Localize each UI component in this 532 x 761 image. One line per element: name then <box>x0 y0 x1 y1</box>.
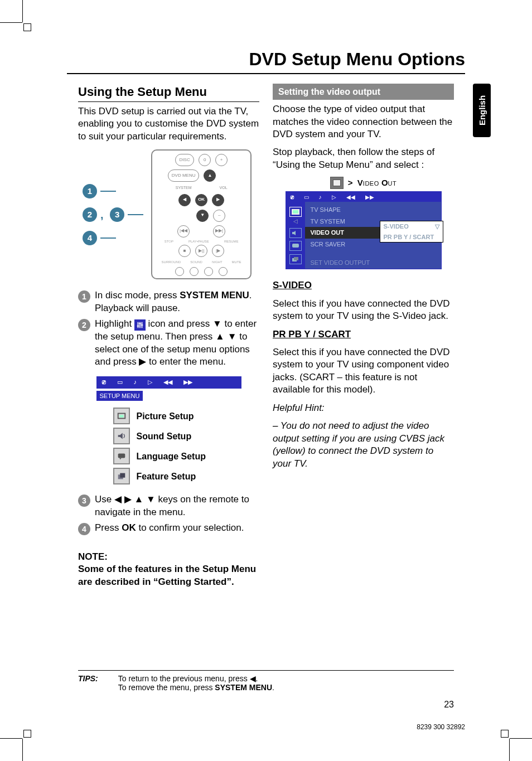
video-out-title-text: ideo <box>363 178 379 187</box>
page-header: DVD Setup Menu Options <box>67 49 465 74</box>
video-output-p1: Choose the type of video output that mat… <box>273 103 454 140</box>
remote-round-btn <box>175 267 184 276</box>
prpby-heading: PR PB Y / SCART <box>273 329 351 340</box>
remote-prev-button: |◀◀ <box>177 225 190 237</box>
callout-1: 1 <box>83 184 143 198</box>
topbar-sliders-icon: ⎚ <box>291 193 294 201</box>
remote-ok-button: OK <box>195 194 207 206</box>
crop-mark <box>499 728 532 761</box>
svg-rect-3 <box>137 326 139 327</box>
sidebar-feature-icon <box>289 254 302 264</box>
page-number: 23 <box>444 700 454 710</box>
step-4-bold: OK <box>122 522 136 533</box>
popup-option-prpby-scart: PR PB Y / SCART <box>380 232 443 243</box>
callout-leader <box>128 214 143 215</box>
remote-left-button: ◀ <box>178 194 191 206</box>
diagram-callouts: 1 2 , 3 4 <box>83 184 143 245</box>
header-rule <box>67 73 465 74</box>
remote-next-button: ▶▶| <box>213 225 225 237</box>
remote-stop-label: STOP <box>165 240 173 244</box>
remote-minus-button: – <box>213 210 225 222</box>
remote-round-btn <box>219 267 228 276</box>
svg-marker-15 <box>292 231 296 235</box>
callout-4: 4 <box>83 231 143 245</box>
svg-marker-8 <box>118 433 122 439</box>
callout-badge-2: 2 <box>83 207 97 222</box>
setup-menu-diagram: ⎚ ▭ ♪ ▷ ◀◀ ▶▶ SETUP MENU Picture Setup <box>96 376 241 485</box>
step-2-text-a: Highlight <box>95 318 134 329</box>
tips-line-2-bold: SYSTEM MENU <box>215 683 272 692</box>
feature-icon <box>113 468 130 484</box>
remote-resume-label: RESUME <box>224 240 239 244</box>
video-out-diagram: > Video Out ⎚ ▭ ♪ ▷ ◀◀ ▶▶ <box>286 177 442 269</box>
tips-line-2b: . <box>272 683 274 692</box>
step-badge-4: 4 <box>78 523 90 535</box>
video-output-p2: Stop playback, then follow the steps of … <box>273 146 454 171</box>
menu-item-label: Feature Setup <box>137 471 196 482</box>
remote-system-label: SYSTEM <box>176 185 192 190</box>
callout-badge-1: 1 <box>83 184 97 198</box>
step-1-bold: SYSTEM MENU <box>180 290 249 300</box>
callout-leader <box>100 191 116 192</box>
picture-icon <box>113 408 130 424</box>
topbar-sliders-icon: ⎚ <box>102 378 106 386</box>
tips-body: To return to the previous menu, press ◀.… <box>118 674 274 692</box>
menu-item-language-setup: Language Setup <box>113 448 241 464</box>
video-out-sidebar: ◁ <box>286 202 305 269</box>
remote-dvd-menu-button: DVD MENU <box>168 169 200 182</box>
topbar-icon: ▭ <box>304 193 309 201</box>
step-badge-1: 1 <box>78 290 90 303</box>
language-tab: English <box>473 84 491 137</box>
section-heading-using-setup-menu: Using the Setup Menu <box>78 84 259 102</box>
note-label: NOTE: <box>78 551 259 563</box>
remote-zero-button: 0 <box>199 154 211 166</box>
topbar-icon: ♪ <box>319 193 322 201</box>
svg-rect-0 <box>138 322 139 328</box>
picture-setup-icon <box>330 177 344 189</box>
svg-rect-1 <box>139 322 141 328</box>
remote-mute-label: MUTE <box>232 260 241 265</box>
svg-rect-9 <box>118 454 125 458</box>
page-title: DVD Setup Menu Options <box>67 49 465 70</box>
step-4-text-a: Press <box>95 522 122 533</box>
menu-footer: SET VIDEO OUTPUT <box>311 259 370 267</box>
remote-diagram: 1 2 , 3 4 DISC <box>78 149 259 279</box>
remote-control-illustration: DISC 0 + DVD MENU ▲ SYSTEM VOL <box>151 149 252 279</box>
note-block: NOTE: Some of the features in the Setup … <box>78 551 259 588</box>
remote-night-label: NIGHT <box>212 260 223 265</box>
topbar-icon: ▶▶ <box>183 378 192 386</box>
callout-2-3: 2 , 3 <box>83 207 143 222</box>
popup-option-svideo: S-VIDEO ▽ <box>380 221 443 232</box>
tips-line-2a: To remove the menu, press <box>118 683 215 692</box>
callout-badge-4: 4 <box>83 231 97 245</box>
menu-row-tv-shape: TV SHAPE <box>305 204 441 216</box>
crop-mark <box>0 728 33 761</box>
topbar-icon: ▭ <box>117 378 123 386</box>
setup-menu-label: SETUP MENU <box>96 391 143 401</box>
intro-paragraph: This DVD setup is carried out via the TV… <box>78 105 259 143</box>
content-columns: Using the Setup Menu This DVD setup is c… <box>78 84 454 649</box>
step-1-text-a: In disc mode, press <box>95 290 180 300</box>
sidebar-language-icon <box>289 241 302 251</box>
sidebar-sound-icon <box>289 228 302 238</box>
svg-marker-10 <box>119 458 122 460</box>
remote-round-btn <box>190 267 199 276</box>
step-2: 2 Highlight icon and press ▼ to <box>78 318 259 368</box>
remote-vol-label: VOL <box>220 185 228 190</box>
topbar-icon: ◀◀ <box>346 193 355 201</box>
remote-right-button: ▶ <box>212 194 224 206</box>
svg-rect-16 <box>292 244 299 248</box>
document-number: 8239 300 32892 <box>417 723 465 731</box>
topbar-icon: ♪ <box>134 378 137 386</box>
step-1: 1 In disc mode, press SYSTEM MENU. Playb… <box>78 289 259 314</box>
step-3: 3 Use ◀ ▶ ▲ ▼ keys on the remote to navi… <box>78 493 259 518</box>
step-3-text: Use ◀ ▶ ▲ ▼ keys on the remote to naviga… <box>95 493 259 518</box>
svideo-heading: S-VIDEO <box>273 280 312 290</box>
topbar-icon: ◀◀ <box>163 378 172 386</box>
menu-item-label: Language Setup <box>137 450 206 462</box>
svideo-paragraph: Select this if you have connected the DV… <box>273 298 454 323</box>
callout-leader <box>100 237 116 239</box>
helpful-hint-body: – You do not need to adjust the video ou… <box>273 420 454 470</box>
sound-icon <box>113 428 130 444</box>
svg-rect-5 <box>141 324 143 326</box>
